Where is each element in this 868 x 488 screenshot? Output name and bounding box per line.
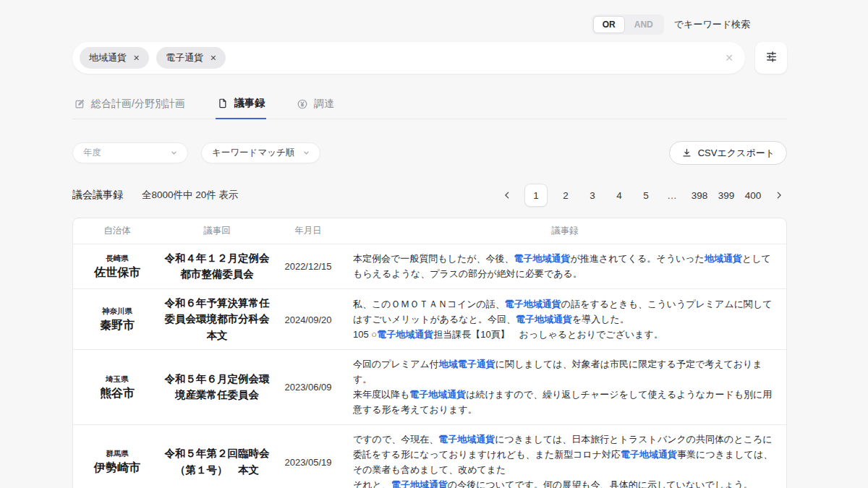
prev-page-button[interactable]	[499, 184, 515, 206]
session-label: 令和５年第２回臨時会（第１号） 本文	[165, 448, 270, 475]
search-tags: 地域通貨✕電子通貨✕	[80, 47, 725, 69]
sort-select-value: キーワードマッチ順	[212, 147, 294, 159]
chevron-down-icon	[302, 148, 311, 158]
edit-icon	[74, 98, 85, 110]
results-title: 議会議事録	[72, 189, 123, 202]
minutes-text: 私、このＯＭＯＴＡＮコインの話、	[353, 299, 505, 309]
download-icon	[681, 147, 692, 158]
keyword-highlight: 電子地域通貨	[514, 253, 571, 264]
table-row[interactable]: 埼玉県熊谷市令和５年６月定例会環境産業常任委員会2023/06/09今回のプレミ…	[73, 350, 786, 424]
table-row[interactable]: 長崎県佐世保市令和４年１２月定例会都市整備委員会2022/12/15本定例会で一…	[73, 244, 786, 289]
remove-tag-icon[interactable]: ✕	[133, 53, 140, 63]
prefecture-label: 神奈川県	[76, 306, 158, 317]
date-label: 2024/09/20	[284, 314, 331, 325]
keyword-highlight: 電子地域通貨	[409, 389, 466, 400]
minutes-text: が推進されてくる。そういった	[571, 253, 705, 264]
or-toggle-button[interactable]: OR	[593, 16, 625, 33]
column-header: 議事回	[161, 218, 273, 244]
keyword-mode-label: でキーワード検索	[674, 18, 750, 31]
search-row: 地域通貨✕電子通貨✕ ✕	[72, 42, 787, 74]
date-label: 2023/06/09	[284, 382, 331, 393]
and-toggle-button[interactable]: AND	[625, 16, 663, 33]
csv-export-label: CSVエクスポート	[698, 147, 775, 160]
municipality-cell: 埼玉県熊谷市	[73, 350, 161, 424]
table-header-row: 自治体議事回年月日議事録	[73, 218, 786, 244]
session-label: 令和６年予算決算常任委員会環境都市分科会 本文	[165, 297, 281, 341]
search-tag-label: 電子通貨	[166, 51, 203, 64]
minutes-table-body: 長崎県佐世保市令和４年１２月定例会都市整備委員会2022/12/15本定例会で一…	[73, 244, 786, 488]
city-label: 佐世保市	[76, 265, 158, 281]
search-tag: 地域通貨✕	[80, 47, 149, 69]
remove-tag-icon[interactable]: ✕	[210, 53, 216, 63]
keyword-mode-toggle: OR AND	[592, 14, 664, 35]
tab-label: 総合計画/分野別計画	[91, 98, 185, 111]
csv-export-button[interactable]: CSVエクスポート	[669, 141, 787, 165]
page-button-399[interactable]: 399	[718, 184, 735, 206]
next-page-button[interactable]	[771, 184, 787, 206]
year-select-placeholder: 年度	[83, 147, 101, 159]
city-label: 熊谷市	[76, 385, 158, 401]
pagination-ellipsis: …	[664, 184, 681, 206]
session-cell: 令和６年予算決算常任委員会環境都市分科会 本文	[161, 288, 273, 349]
tabs: 総合計画/分野別計画議事録調達	[72, 93, 787, 119]
prefecture-label: 長崎県	[76, 253, 158, 265]
minutes-excerpt: 今回のプレミアム付地域電子通貨に関しましては、対象者は市民に限定する予定で考えて…	[344, 350, 786, 424]
session-cell: 令和５年第２回臨時会（第１号） 本文	[161, 424, 273, 488]
document-icon	[217, 98, 229, 109]
column-header: 自治体	[73, 218, 161, 244]
filter-row: 年度 キーワードマッチ順 CSVエクスポート	[72, 141, 787, 165]
tab-procurement[interactable]: 調達	[295, 93, 336, 119]
search-input[interactable]: 地域通貨✕電子通貨✕ ✕	[72, 42, 745, 74]
date-cell: 2023/05/19	[273, 424, 344, 488]
tab-label: 調達	[314, 98, 334, 111]
session-cell: 令和５年６月定例会環境産業常任委員会	[161, 350, 273, 424]
page: OR AND でキーワード検索 地域通貨✕電子通貨✕ ✕ 総合計画/分野別計画議…	[0, 0, 868, 488]
table-row[interactable]: 神奈川県秦野市令和６年予算決算常任委員会環境都市分科会 本文2024/09/20…	[73, 288, 786, 349]
date-cell: 2024/09/20	[273, 288, 344, 349]
sort-select[interactable]: キーワードマッチ順	[201, 142, 320, 163]
tab-comprehensive-plan[interactable]: 総合計画/分野別計画	[72, 93, 187, 119]
page-button-5[interactable]: 5	[637, 184, 655, 206]
clear-search-icon[interactable]: ✕	[725, 52, 733, 64]
keyword-highlight: 電子地域通貨	[391, 479, 448, 488]
table-header: 自治体議事回年月日議事録	[73, 218, 786, 244]
page-button-400[interactable]: 400	[744, 184, 762, 206]
keyword-mode-bar: OR AND でキーワード検索	[0, 0, 868, 35]
minutes-excerpt: 本定例会で一般質問もしたが、今後、電子地域通貨が推進されてくる。そういった地域通…	[344, 244, 786, 289]
tab-minutes[interactable]: 議事録	[216, 93, 266, 119]
page-button-2[interactable]: 2	[557, 184, 574, 206]
yen-coin-icon	[297, 98, 308, 110]
session-cell: 令和４年１２月定例会都市整備委員会	[161, 244, 273, 289]
minutes-excerpt: 私、このＯＭＯＴＡＮコインの話、電子地域通貨の話をするときも、こういうプレミアム…	[344, 288, 786, 349]
search-tag: 電子通貨✕	[156, 47, 226, 69]
minutes-table: 自治体議事回年月日議事録 長崎県佐世保市令和４年１２月定例会都市整備委員会202…	[72, 218, 787, 488]
municipality-cell: 群馬県伊勢崎市	[73, 424, 161, 488]
page-button-1[interactable]: 1	[524, 184, 548, 207]
page-button-3[interactable]: 3	[584, 184, 601, 206]
table-row[interactable]: 群馬県伊勢崎市令和５年第２回臨時会（第１号） 本文2023/05/19ですので、…	[73, 424, 786, 488]
session-label: 令和４年１２月定例会都市整備委員会	[165, 252, 270, 280]
date-cell: 2023/06/09	[273, 350, 344, 424]
filter-selects: 年度 キーワードマッチ順	[72, 142, 320, 163]
minutes-text: 担当課長【10頁】 おっしゃるとおりでございます。	[433, 329, 663, 340]
city-label: 秦野市	[76, 317, 158, 333]
tab-label: 議事録	[234, 97, 265, 110]
city-label: 伊勢崎市	[76, 460, 158, 476]
results-summary: 全8000件中 20件 表示	[142, 189, 239, 202]
minutes-text: ですので、今現在、	[353, 434, 438, 445]
column-header: 年月日	[273, 218, 344, 244]
keyword-highlight: 電子地域通貨	[377, 329, 433, 340]
page-button-4[interactable]: 4	[610, 184, 628, 206]
year-select[interactable]: 年度	[72, 142, 188, 163]
filter-button[interactable]	[755, 42, 787, 74]
keyword-highlight: 電子地域通貨	[516, 314, 572, 325]
results-row: 議会議事録 全8000件中 20件 表示 12345…398399400	[72, 184, 787, 207]
minutes-excerpt: ですので、今現在、電子地域通貨につきましては、日本旅行とトラストバンクの共同体の…	[344, 424, 786, 488]
minutes-text: 本定例会で一般質問もしたが、今後、	[353, 253, 514, 264]
column-header: 議事録	[344, 218, 786, 244]
minutes-text: 今回のプレミアム付	[353, 359, 439, 369]
date-label: 2023/05/19	[284, 457, 331, 468]
date-label: 2022/12/15	[284, 261, 331, 272]
page-button-398[interactable]: 398	[691, 184, 708, 206]
minutes-text: の今後についてです。何の展望も今、具体的に示していないでしょう。	[448, 479, 753, 488]
